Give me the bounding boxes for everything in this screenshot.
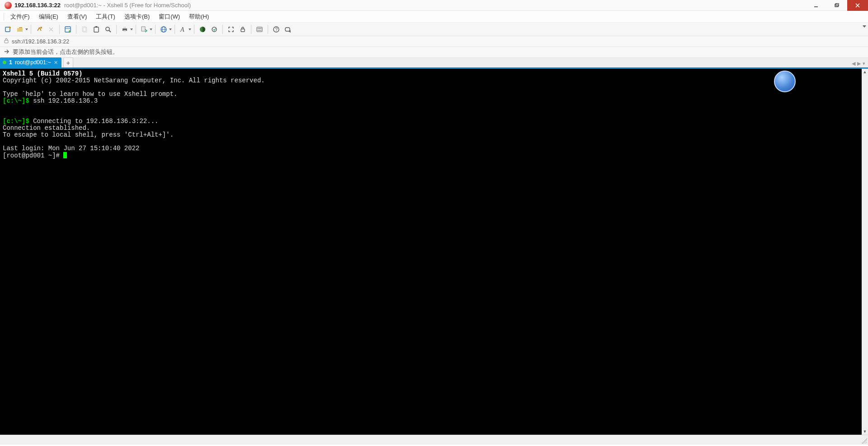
maximize-button[interactable] xyxy=(826,0,847,11)
minimize-button[interactable] xyxy=(806,0,826,11)
add-tab-button[interactable]: + xyxy=(63,57,73,67)
scroll-down[interactable]: ▼ xyxy=(862,428,868,435)
fullscreen-button[interactable] xyxy=(226,24,236,35)
resize-grip[interactable] xyxy=(862,438,867,444)
svg-line-18 xyxy=(109,30,111,32)
svg-rect-30 xyxy=(257,27,262,32)
globe-icon xyxy=(160,26,167,33)
tabs-nav: ◀ ▶ ▾ xyxy=(852,61,865,66)
disconnect-icon xyxy=(47,26,55,33)
terminal-cursor xyxy=(63,152,67,158)
globe-overlay-icon[interactable] xyxy=(774,71,796,92)
svg-rect-39 xyxy=(285,28,290,31)
terminal-scrollbar[interactable]: ▲ ▼ xyxy=(862,69,868,435)
svg-point-28 xyxy=(212,27,217,32)
print-dropdown[interactable] xyxy=(130,28,133,30)
menu-help[interactable]: 帮助(H) xyxy=(185,12,212,22)
menu-file[interactable]: 文件(F) xyxy=(7,12,33,22)
keypad-button[interactable] xyxy=(254,24,265,35)
svg-rect-16 xyxy=(95,26,97,28)
app-icon xyxy=(5,2,12,9)
find-icon xyxy=(104,26,112,33)
file-transfer-dropdown[interactable] xyxy=(150,28,152,30)
help-button[interactable]: ? xyxy=(271,24,282,35)
svg-text:?: ? xyxy=(275,27,278,32)
open-button[interactable] xyxy=(14,24,25,35)
svg-point-34 xyxy=(258,30,259,31)
term-line-build: Xshell 5 (Build 0579) xyxy=(3,70,82,77)
new-session-icon xyxy=(5,26,12,33)
svg-point-33 xyxy=(260,28,261,29)
font-button[interactable]: A xyxy=(178,24,189,35)
address-url[interactable]: ssh://192.168.136.3:22 xyxy=(12,38,69,45)
compose-button[interactable] xyxy=(283,24,293,35)
svg-rect-22 xyxy=(142,27,145,31)
term-line-help: Type `help' to learn how to use Xshell p… xyxy=(3,90,177,98)
properties-button[interactable] xyxy=(62,24,73,35)
term-prompt-local-1: [c:\~]$ xyxy=(3,97,29,104)
close-icon xyxy=(855,3,860,8)
color-scheme-button[interactable] xyxy=(197,24,208,35)
minimize-icon xyxy=(814,3,818,8)
info-bar: 要添加当前会话，点击左侧的箭头按钮。 xyxy=(0,47,868,58)
address-bar: ssh://192.168.136.3:22 xyxy=(0,36,868,47)
print-button[interactable] xyxy=(119,24,130,35)
lock-button[interactable] xyxy=(237,24,248,35)
menu-tools[interactable]: 工具(T) xyxy=(92,12,119,22)
properties-icon xyxy=(64,26,71,33)
status-bar xyxy=(0,435,868,445)
reconnect-button[interactable] xyxy=(34,24,45,35)
encoding-button[interactable] xyxy=(158,24,169,35)
session-tab-active[interactable]: 1 root@pd001:~ ✕ xyxy=(0,57,61,67)
font-dropdown[interactable] xyxy=(189,28,191,30)
highlight-button[interactable] xyxy=(209,24,220,35)
title-bar: 192.168.136.3:22 root@pd001:~ - Xshell 5… xyxy=(0,0,868,11)
add-session-arrow-icon[interactable] xyxy=(4,49,10,56)
menu-view[interactable]: 查看(V) xyxy=(64,12,90,22)
tab-close-button[interactable]: ✕ xyxy=(54,60,58,66)
svg-rect-40 xyxy=(5,40,8,43)
color-scheme-icon xyxy=(199,26,206,33)
term-line-established: Connection established. xyxy=(3,124,90,132)
file-transfer-icon xyxy=(141,26,148,33)
term-prompt-local-2: [c:\~]$ xyxy=(3,118,29,125)
term-line-lastlogin: Last login: Mon Jun 27 15:10:40 2022 xyxy=(3,145,139,152)
print-icon xyxy=(121,26,128,33)
new-session-button[interactable] xyxy=(3,24,14,35)
menu-tabs[interactable]: 选项卡(B) xyxy=(121,12,153,22)
menu-edit[interactable]: 编辑(E) xyxy=(35,12,62,22)
add-tab-label: + xyxy=(66,59,70,66)
window-controls xyxy=(806,0,868,11)
close-button[interactable] xyxy=(847,0,868,11)
term-cmd-ssh: ssh 192.168.136.3 xyxy=(29,97,98,104)
paste-button[interactable] xyxy=(91,24,102,35)
toolbar: A ? xyxy=(0,23,868,36)
tabs-next[interactable]: ▶ xyxy=(857,61,861,66)
copy-icon xyxy=(81,26,88,33)
scroll-up[interactable]: ▲ xyxy=(862,69,868,75)
svg-rect-20 xyxy=(123,27,126,28)
tab-label: root@pd001:~ xyxy=(15,59,51,66)
toolbar-overflow[interactable] xyxy=(863,25,866,28)
maximize-icon xyxy=(835,3,839,8)
disconnect-button xyxy=(46,24,57,35)
encoding-dropdown[interactable] xyxy=(169,28,172,30)
tabs-prev[interactable]: ◀ xyxy=(852,61,855,66)
open-dropdown[interactable] xyxy=(25,28,28,30)
svg-rect-8 xyxy=(17,28,23,32)
svg-point-35 xyxy=(259,30,260,31)
svg-rect-29 xyxy=(241,29,245,32)
highlight-icon xyxy=(211,26,218,33)
fullscreen-icon xyxy=(227,26,235,33)
status-dot-connected xyxy=(3,61,6,64)
file-transfer-button[interactable] xyxy=(139,24,150,35)
svg-point-17 xyxy=(106,27,109,31)
menu-window[interactable]: 窗口(W) xyxy=(155,12,184,22)
find-button[interactable] xyxy=(103,24,113,35)
terminal[interactable]: Xshell 5 (Build 0579) Copyright (c) 2002… xyxy=(0,69,862,435)
lock-icon xyxy=(239,26,246,33)
tabs-list-dropdown[interactable]: ▾ xyxy=(863,61,865,66)
compose-icon xyxy=(284,26,292,33)
svg-point-36 xyxy=(260,30,261,31)
copy-button-disabled xyxy=(79,24,90,35)
